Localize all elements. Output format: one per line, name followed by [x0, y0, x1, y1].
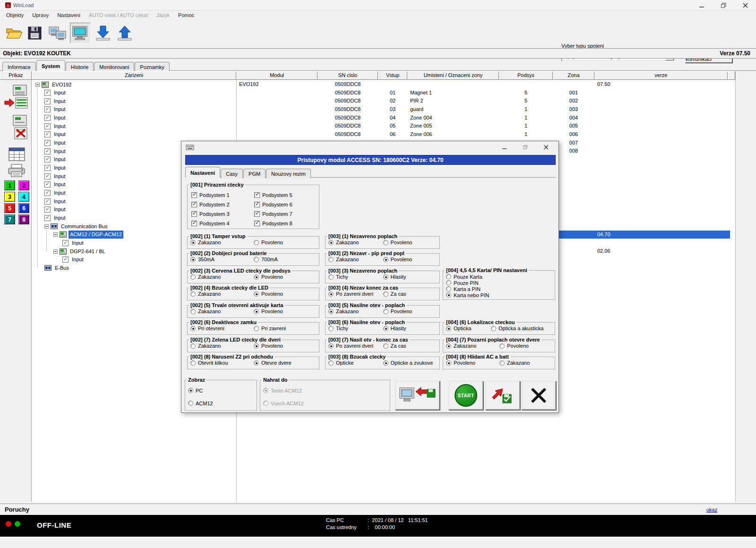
menu-objekty[interactable]: Objekty [2, 11, 28, 19]
menu-nastaveni[interactable]: Nastaveni [53, 11, 85, 19]
radio-700ma[interactable]: 700mA [254, 257, 317, 262]
table-row[interactable]: 0509DDC803guard1003 [0, 105, 735, 114]
radio-hlasity[interactable]: Hlasity [383, 325, 438, 331]
tree-item-input[interactable]: Input [44, 122, 67, 130]
column-header-vstup[interactable]: Vstup [378, 71, 407, 80]
dialog-minimize-icon[interactable] [494, 141, 515, 154]
radio-povoleno[interactable]: Povoleno [254, 274, 317, 280]
checkbox-podsystem-4[interactable]: Podsystem 4 [191, 219, 254, 228]
radio-zakazano[interactable]: Zakazano [190, 308, 254, 314]
radio-zakazano[interactable]: Zakazano [190, 240, 254, 245]
radio-zakazano[interactable]: Zakazano [328, 240, 383, 245]
table-row[interactable]: 0509DDC804Zone 0041004 [0, 114, 735, 122]
show-faults-link[interactable]: ukaz [706, 507, 717, 513]
radio-povoleno[interactable]: Povoleno [383, 257, 438, 262]
column-header-modul[interactable]: Modul [236, 71, 318, 80]
dialog-tab-nouzovy-rezim[interactable]: Nouzovy rezim [266, 169, 311, 178]
upload-arrow-icon[interactable] [114, 23, 135, 43]
checkbox-podsystem-1[interactable]: Podsystem 1 [191, 190, 254, 200]
tree-item-input[interactable]: Input [44, 139, 67, 147]
tree-item-input[interactable]: Input [44, 180, 67, 189]
radio-pri-otevreni[interactable]: Pri otevreni [190, 325, 254, 331]
tree-item-e-bus[interactable]: E-Bus [44, 264, 70, 272]
radio-pouze-pin[interactable]: Pouze PIN [446, 280, 479, 286]
start-button[interactable]: START [448, 381, 483, 410]
menu-upravy[interactable]: Upravy [28, 11, 53, 19]
radio-povoleno[interactable]: Povoleno [254, 291, 317, 297]
tree-expander[interactable] [53, 249, 58, 254]
dialog-tab-pgm[interactable]: PGM [243, 169, 266, 178]
column-header-podsys[interactable]: Podsys [499, 71, 553, 80]
table-row[interactable]: 0509DDC801Magnet 15001 [0, 89, 735, 97]
tree-expander[interactable] [44, 224, 49, 229]
close-icon[interactable] [734, 0, 756, 10]
tree-item-input[interactable]: Input [44, 172, 67, 180]
radio-za-cas[interactable]: Za cas [383, 291, 438, 297]
open-folder-icon[interactable] [4, 23, 25, 43]
tab-monitorovani[interactable]: Monitorovani [94, 62, 134, 71]
tree-item-input[interactable]: Input [44, 155, 67, 164]
radio-opticke[interactable]: Opticke [328, 360, 383, 366]
dialog-close-icon[interactable] [536, 141, 557, 154]
tab-historie[interactable]: Historie [66, 62, 94, 71]
radio-karta-a-pin[interactable]: Karta a PIN [446, 286, 481, 292]
radio-tichy[interactable]: Tichy [328, 274, 383, 280]
checkbox-podsystem-5[interactable]: Podsystem 5 [254, 190, 317, 200]
restore-icon[interactable] [713, 0, 734, 10]
tree-item-input[interactable]: Input [44, 164, 67, 172]
checkbox-podsystem-8[interactable]: Podsystem 8 [254, 219, 317, 228]
tree-item-input[interactable]: Input [62, 256, 85, 264]
tree-item-dgp2-641-bl[interactable]: DGP2-641 / BL [53, 247, 107, 256]
minimize-icon[interactable] [691, 0, 713, 10]
table-row[interactable]: 0509DDC806Zone 0061006 [0, 130, 735, 139]
tree-item-communication-bus[interactable]: Communication Bus [44, 222, 109, 231]
column-header-verze[interactable]: verze [594, 71, 728, 80]
radio-karta-nebo-pin[interactable]: Karta nebo PIN [446, 292, 489, 298]
download-arrow-icon[interactable] [93, 23, 113, 43]
radio-hlasity[interactable]: Hlasity [383, 274, 438, 280]
radio-povoleno[interactable]: Povoleno [446, 360, 499, 366]
column-header-prikaz[interactable]: Prikaz [0, 71, 32, 80]
tree-item-input[interactable]: Input [44, 97, 67, 105]
table-row[interactable]: 0509DDC805Zone 0051005 [0, 122, 735, 130]
radio-za-cas[interactable]: Za cas [383, 343, 438, 349]
radio-pc[interactable]: PC [188, 385, 203, 395]
radio-opticka[interactable]: Opticka [446, 325, 491, 331]
radio-po-zavreni-dveri[interactable]: Po zavreni dveri [328, 291, 383, 297]
radio-otevre-dvere[interactable]: Otevre dvere [254, 360, 317, 366]
tree-expander[interactable] [35, 83, 40, 87]
radio-zakazano[interactable]: Zakazano [328, 257, 383, 262]
tree-expander[interactable] [53, 232, 58, 237]
checkbox-podsystem-7[interactable]: Podsystem 7 [254, 209, 317, 219]
column-header-umisteni-oznaceni-zony[interactable]: Umisteni / Oznaceni zony [407, 71, 499, 80]
tree-item-input[interactable]: Input [44, 114, 67, 122]
column-header-zarizeni[interactable]: Zarizeni [32, 71, 236, 80]
radio-zakazano[interactable]: Zakazano [190, 343, 254, 349]
tree-item-input[interactable]: Input [44, 188, 67, 197]
radio-zakazano[interactable]: Zakazano [499, 360, 553, 366]
tree-item-input[interactable]: Input [62, 239, 85, 247]
tree-item-acm12-dgp-acm12[interactable]: ACM12 / DGP-ACM12 [53, 231, 123, 239]
radio-zakazano[interactable]: Zakazano [190, 274, 254, 280]
radio-povoleno[interactable]: Povoleno [499, 343, 553, 349]
radio-otevrit-klikou[interactable]: Otevrit klikou [190, 360, 254, 366]
table-row[interactable]: EVO1920509DDC807.50 [0, 80, 735, 89]
radio-povoleno[interactable]: Povoleno [254, 343, 317, 349]
radio-povoleno[interactable]: Povoleno [254, 240, 317, 245]
radio-350ma[interactable]: 350mA [190, 257, 254, 262]
menu-pomoc[interactable]: Pomoc [174, 11, 198, 19]
column-header-blank[interactable] [728, 71, 735, 80]
dialog-cancel-button[interactable] [521, 381, 556, 410]
monitor-icon[interactable] [70, 23, 91, 43]
tree-item-evo192[interactable]: EVO192 [35, 80, 73, 89]
radio-povoleno[interactable]: Povoleno [383, 308, 438, 314]
radio-tichy[interactable]: Tichy [328, 325, 383, 331]
checkbox-podsystem-6[interactable]: Podsystem 6 [254, 200, 317, 209]
checkbox-podsystem-3[interactable]: Podsystem 3 [191, 209, 254, 219]
radio-opticke-a-zvukove[interactable]: Opticke a zvukove [383, 360, 438, 366]
pc-receive-button[interactable] [395, 381, 440, 410]
radio-opticka-a-akusticka[interactable]: Opticka a akusticka [491, 325, 543, 331]
tree-item-input[interactable]: Input [44, 206, 67, 214]
tab-system[interactable]: System [36, 60, 65, 71]
radio-povoleno[interactable]: Povoleno [254, 308, 317, 314]
